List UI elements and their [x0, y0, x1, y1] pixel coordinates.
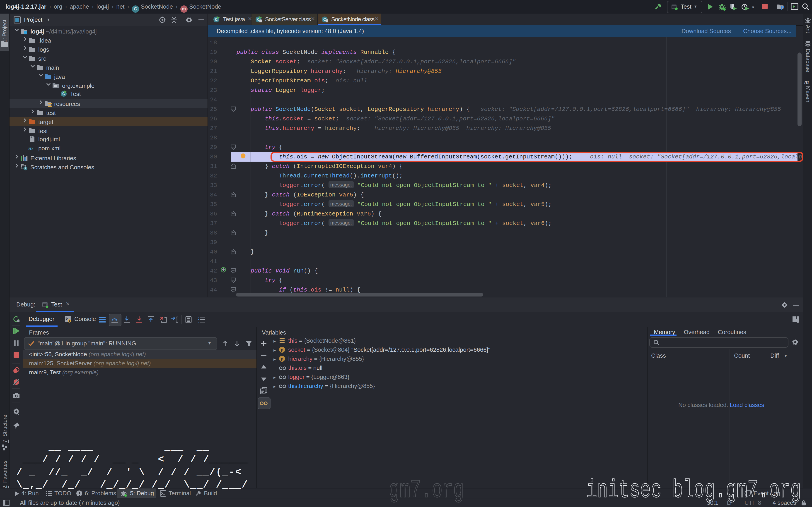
svg-text:p: p — [281, 348, 284, 352]
svg-text:p: p — [281, 357, 284, 361]
